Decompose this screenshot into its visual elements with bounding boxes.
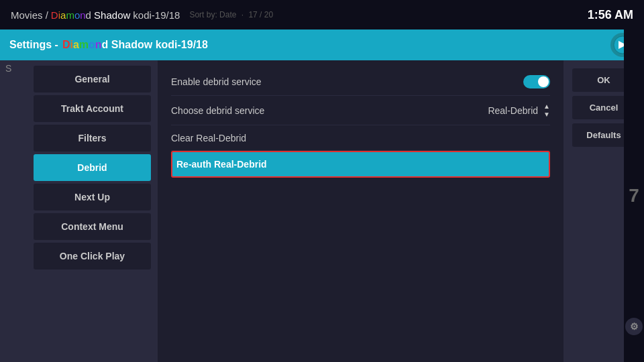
nav-panel: General Trakt Account Filters Debrid Nex… <box>27 60 158 362</box>
movies-label: Movies / <box>11 9 48 21</box>
edge-icon: ⚙ <box>625 318 643 335</box>
edge-number: 7 <box>629 185 639 206</box>
enable-debrid-value[interactable] <box>523 75 550 88</box>
title-o: o <box>74 9 80 21</box>
nav-item-filters[interactable]: Filters <box>34 125 151 152</box>
sidebar-letter-area: S <box>0 60 27 362</box>
title-n: n <box>80 9 85 21</box>
setting-row-choose-debrid: Choose debrid service Real-Debrid ▲ ▼ <box>171 96 550 125</box>
settings-prefix: Settings - <box>9 39 58 51</box>
nav-item-oneclick[interactable]: One Click Play <box>34 243 151 269</box>
reauth-debrid-label: Re-auth Real-Debrid <box>176 159 545 170</box>
select-arrows[interactable]: ▲ ▼ <box>543 103 550 118</box>
clock: 1:56 AM <box>588 8 633 22</box>
sort-info: Sort by: Date · 17 / 20 <box>189 10 273 19</box>
settings-content: Enable debrid service Choose debrid serv… <box>158 60 564 362</box>
settings-title-bar: Settings - Diamond Shadow kodi-19/18 <box>0 29 644 60</box>
main-content: S General Trakt Account Filters Debrid N… <box>0 60 644 362</box>
title-d2: d <box>86 9 91 21</box>
setting-row-reauth-debrid[interactable]: Re-auth Real-Debrid <box>171 151 550 178</box>
nav-item-debrid[interactable]: Debrid <box>34 154 151 181</box>
choose-debrid-value[interactable]: Real-Debrid ▲ ▼ <box>488 103 550 118</box>
choose-debrid-label: Choose debrid service <box>171 105 488 116</box>
toggle-thumb <box>538 76 549 87</box>
debrid-toggle[interactable] <box>523 75 550 88</box>
settings-title: Diamond Shadow kodi-19/18 <box>62 39 208 51</box>
nav-item-general[interactable]: General <box>34 66 151 93</box>
top-bar-left: Movies / Diamond Shadow kodi-19/18 Sort … <box>11 9 273 21</box>
settings-title-left: Settings - Diamond Shadow kodi-19/18 <box>9 39 208 51</box>
kodi-version: kodi-19/18 <box>133 9 180 21</box>
clear-debrid-label: Clear Real-Debrid <box>171 133 550 143</box>
title-d: D <box>51 9 58 21</box>
setting-row-clear-debrid: Clear Real-Debrid <box>171 125 550 151</box>
right-edge: 7 ⚙ <box>624 29 644 362</box>
enable-debrid-label: Enable debrid service <box>171 76 523 87</box>
nav-item-trakt[interactable]: Trakt Account <box>34 95 151 122</box>
title-m: m <box>66 9 74 21</box>
top-bar: Movies / Diamond Shadow kodi-19/18 Sort … <box>0 0 644 29</box>
setting-row-enable-debrid: Enable debrid service <box>171 68 550 96</box>
nav-item-nextup[interactable]: Next Up <box>34 184 151 210</box>
choose-debrid-current: Real-Debrid <box>488 105 538 116</box>
sidebar-letter: S <box>5 63 11 74</box>
top-bar-title: Diamond Shadow <box>51 9 130 21</box>
title-shadow: Shadow <box>94 9 130 21</box>
nav-item-context[interactable]: Context Menu <box>34 213 151 240</box>
